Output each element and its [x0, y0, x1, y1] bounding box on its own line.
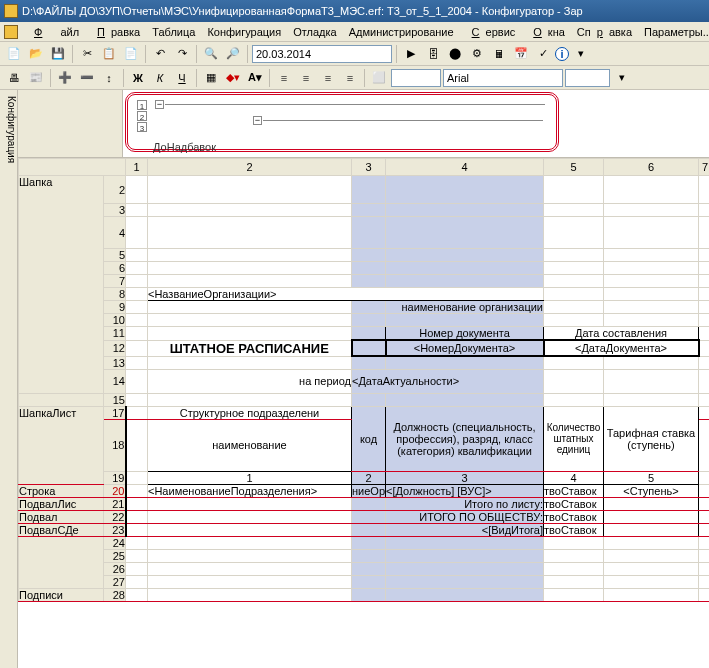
col-header-4[interactable]: 4	[386, 159, 544, 176]
row-header[interactable]: 19	[104, 471, 126, 484]
col-header-5[interactable]: 5	[544, 159, 604, 176]
spreadsheet-grid[interactable]: 1 2 3 4 5 6 7 Шапка 2 3 4 5 6 7 8<Назван…	[18, 158, 709, 602]
dropdown-icon[interactable]: ▾	[571, 44, 591, 64]
db-icon[interactable]: 🗄	[423, 44, 443, 64]
new-icon[interactable]: 📄	[4, 44, 24, 64]
cell-rate-label[interactable]: Тарифная ставка (ступень)	[604, 406, 699, 471]
col-header-7[interactable]: 7	[699, 159, 710, 176]
row-header[interactable]: 15	[104, 393, 126, 406]
cell-total-type[interactable]: <[ВидИтога]	[386, 523, 544, 536]
redo-icon[interactable]: ↷	[172, 44, 192, 64]
undo-icon[interactable]: ↶	[150, 44, 170, 64]
col-header-3[interactable]: 3	[352, 159, 386, 176]
cell-doc-num-label[interactable]: Номер документа	[386, 327, 544, 341]
cell-struct-name[interactable]: <НаименованиеПодразделения>	[148, 484, 352, 497]
row-header[interactable]: 9	[104, 301, 126, 314]
toolbar-dropdown-icon[interactable]: ▾	[612, 68, 632, 88]
save-icon[interactable]: 💾	[48, 44, 68, 64]
date-input[interactable]	[252, 45, 392, 63]
menu-file[interactable]: Файл	[22, 24, 85, 40]
row-header[interactable]: 21	[104, 497, 126, 510]
copy-icon[interactable]: 📋	[99, 44, 119, 64]
column-headers[interactable]: 1 2 3 4 5 6 7	[19, 159, 710, 176]
menu-table[interactable]: Таблица	[146, 24, 201, 40]
row-header[interactable]: 26	[104, 562, 126, 575]
move-icon[interactable]: ↕	[99, 68, 119, 88]
row-header[interactable]: 22	[104, 510, 126, 523]
align-left-icon[interactable]: ≡	[274, 68, 294, 88]
row-header[interactable]: 3	[104, 204, 126, 217]
cell-colnum-1[interactable]: 1	[148, 471, 352, 484]
cell-total-company[interactable]: ИТОГО ПО ОБЩЕСТВУ:	[386, 510, 544, 523]
cell-colnum-3[interactable]: 3	[386, 471, 544, 484]
print-icon[interactable]: 🖶	[4, 68, 24, 88]
menu-service[interactable]: Сервис	[460, 24, 522, 40]
row-header[interactable]: 24	[104, 536, 126, 549]
help-icon[interactable]: i	[555, 47, 569, 61]
row-header[interactable]: 18	[104, 419, 126, 471]
align-right-icon[interactable]: ≡	[318, 68, 338, 88]
menu-debug[interactable]: Отладка	[287, 24, 342, 40]
border-icon[interactable]: ▦	[201, 68, 221, 88]
cell-code-label[interactable]: код	[352, 406, 386, 471]
row-header[interactable]: 11	[104, 327, 126, 341]
cell-doc-date-label[interactable]: Дата составления	[544, 327, 699, 341]
cell-doc-num[interactable]: <НомерДокумента>	[386, 340, 544, 356]
cell-position-label[interactable]: Должность (специальность, профессия), ра…	[386, 406, 544, 471]
outline-levels[interactable]: 123	[137, 100, 147, 133]
cell-qty2[interactable]: твоСтавок	[544, 497, 604, 510]
fill-icon[interactable]: ◆▾	[223, 68, 243, 88]
col-header-2[interactable]: 2	[148, 159, 352, 176]
cell-period-label[interactable]: на период	[148, 369, 352, 393]
row-header[interactable]: 14	[104, 369, 126, 393]
cell-actuality[interactable]: <ДатаАктуальности>	[352, 369, 544, 393]
font-combo[interactable]	[443, 69, 563, 87]
menu-edit[interactable]: Правка	[85, 24, 146, 40]
cell-qty-label[interactable]: Количество штатных единиц	[544, 406, 604, 471]
row-header[interactable]: 2	[104, 176, 126, 204]
row-header[interactable]: 8	[104, 288, 126, 301]
cell-staff-title[interactable]: ШТАТНОЕ РАСПИСАНИЕ	[148, 340, 352, 356]
run-icon[interactable]: ▶	[401, 44, 421, 64]
row-header[interactable]: 4	[104, 217, 126, 249]
cell-colnum-2[interactable]: 2	[352, 471, 386, 484]
border-combo[interactable]	[391, 69, 441, 87]
menu-bar[interactable]: Файл Правка Таблица Конфигурация Отладка…	[0, 22, 709, 42]
align-center-icon[interactable]: ≡	[296, 68, 316, 88]
row-header[interactable]: 7	[104, 275, 126, 288]
cell-org-small[interactable]: наименование организации	[386, 301, 544, 314]
italic-icon[interactable]: К	[150, 68, 170, 88]
cell-colnum-5[interactable]: 5	[604, 471, 699, 484]
collapse-icon-2[interactable]: −	[253, 116, 262, 125]
menu-windows[interactable]: Окна	[521, 24, 571, 40]
cell-code[interactable]: ниеОрга	[352, 484, 386, 497]
row-header[interactable]: 28	[104, 588, 126, 601]
font-color-icon[interactable]: А▾	[245, 68, 265, 88]
calendar-icon[interactable]: 📅	[511, 44, 531, 64]
cell-total-sheet[interactable]: Итого по листу:	[386, 497, 544, 510]
row-header[interactable]: 23	[104, 523, 126, 536]
zoom-icon[interactable]: 🔎	[223, 44, 243, 64]
size-combo[interactable]	[565, 69, 610, 87]
row-header[interactable]: 20	[104, 484, 126, 497]
col-header-1[interactable]: 1	[126, 159, 148, 176]
cell-name-label[interactable]: наименование	[148, 419, 352, 471]
merge-icon[interactable]: ⬜	[369, 68, 389, 88]
menu-help[interactable]: Справка	[571, 24, 638, 40]
collapse-icon[interactable]: −	[155, 100, 164, 109]
bold-icon[interactable]: Ж	[128, 68, 148, 88]
cut-icon[interactable]: ✂	[77, 44, 97, 64]
delete-icon[interactable]: ➖	[77, 68, 97, 88]
menu-params[interactable]: Параметры...	[638, 24, 709, 40]
row-header[interactable]: 17	[104, 406, 126, 419]
underline-icon[interactable]: Ч	[172, 68, 192, 88]
calc-icon[interactable]: 🖩	[489, 44, 509, 64]
cell-colnum-4[interactable]: 4	[544, 471, 604, 484]
col-header-6[interactable]: 6	[604, 159, 699, 176]
preview-icon[interactable]: 📰	[26, 68, 46, 88]
cell-org-name[interactable]: <НазваниеОрганизации>	[148, 288, 544, 301]
cell-qty3[interactable]: твоСтавок	[544, 510, 604, 523]
row-header[interactable]: 27	[104, 575, 126, 588]
breakpoint-icon[interactable]: ⬤	[445, 44, 465, 64]
row-header[interactable]: 13	[104, 356, 126, 369]
